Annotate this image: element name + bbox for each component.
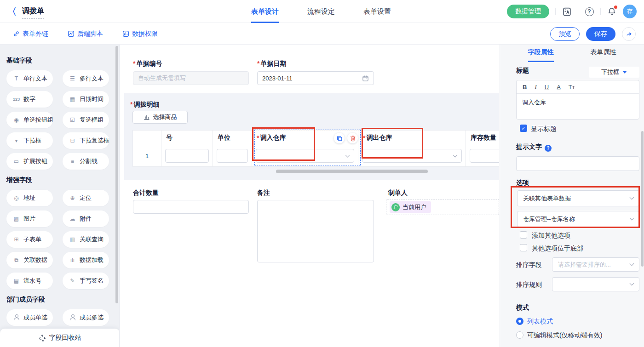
tab-flow-setting[interactable]: 流程设定 (307, 0, 335, 23)
font-color-button[interactable]: A (557, 84, 561, 91)
select-product-button[interactable]: 选择商品 (132, 111, 188, 124)
form-toolbar: 表单外链 后端脚本 数据权限 预览 保存 (0, 23, 644, 45)
sidebar-item-extend-button[interactable]: ▭扩展按钮 (6, 153, 53, 170)
section-basic-fields: 基础字段 (6, 57, 119, 65)
sidebar-item-datetime[interactable]: ▦日期时间 (63, 91, 109, 108)
tab-field-properties[interactable]: 字段属性 (528, 48, 554, 62)
underline-button[interactable]: U (545, 84, 549, 91)
doc-no-input[interactable]: 自动生成无需填写 (133, 71, 249, 85)
creator-field[interactable]: 户 当前用户 (386, 199, 499, 215)
editable-mode-label: 可编辑模式(仅移动端有效) (527, 331, 602, 340)
field-library-sidebar: 基础字段 T单行文本 ☰多行文本 123数字 ▦日期时间 ◉单选按钮组 ☑复选框… (0, 45, 120, 347)
sidebar-item-subform[interactable]: ⊞子表单 (6, 231, 53, 248)
data-manage-button[interactable]: 数据管理 (507, 5, 549, 18)
sidebar-item-divider[interactable]: ≡分割线 (63, 153, 109, 170)
sidebar-item-location[interactable]: ⊕定位 (63, 190, 109, 206)
sidebar-item-address[interactable]: ◎地址 (6, 190, 53, 206)
field-type-select[interactable]: 下拉框 (589, 67, 639, 78)
sort-field-label: 排序字段 (516, 261, 542, 269)
help-circle-icon[interactable]: ? (545, 145, 552, 152)
number-icon: 123 (12, 97, 20, 102)
total-qty-input[interactable] (133, 200, 249, 214)
save-button[interactable]: 保存 (586, 27, 615, 41)
col-header-unit[interactable]: 单位 (213, 131, 252, 145)
delete-field-button[interactable] (347, 133, 358, 143)
sort-rule-select[interactable] (552, 277, 639, 291)
form-canvas: *单据编号 自动生成无需填写 *单据日期 2023-01-11 *调拨明细 选择… (120, 45, 499, 347)
sidebar-item-image[interactable]: ▨图片 (6, 210, 53, 227)
sidebar-item-serial-number[interactable]: ▤流水号 (6, 273, 53, 289)
image-icon: ▨ (12, 216, 20, 222)
sidebar-item-checkbox-group[interactable]: ☑复选框组 (63, 112, 109, 128)
form-title[interactable]: 调拨单 (22, 6, 44, 19)
cell-select-out-warehouse[interactable] (362, 149, 462, 163)
hint-text-input[interactable] (516, 156, 639, 171)
show-title-label: 显示标题 (531, 125, 557, 133)
tab-form-setting[interactable]: 表单设置 (363, 0, 391, 23)
notification-bell-icon[interactable] (607, 6, 617, 17)
cell-input-unit[interactable] (217, 149, 248, 163)
permission-icon (122, 30, 129, 37)
backend-script-link[interactable]: 后端脚本 (68, 30, 103, 38)
preview-button[interactable]: 预览 (550, 27, 580, 41)
tab-form-properties[interactable]: 表单属性 (591, 48, 616, 62)
add-other-option-checkbox[interactable] (520, 231, 527, 239)
sidebar-item-multi-line-text[interactable]: ☰多行文本 (63, 70, 109, 87)
back-icon[interactable]: 〈 (7, 7, 17, 16)
sidebar-item-member-single[interactable]: 成员单选 (6, 309, 53, 326)
col-header-no[interactable]: 号 (161, 131, 213, 145)
editable-mode-radio[interactable] (516, 331, 523, 339)
form-external-link[interactable]: 表单外链 (13, 30, 48, 38)
italic-button[interactable]: I (535, 83, 536, 91)
sidebar-item-linked-query[interactable]: ▥关联查询 (63, 231, 109, 248)
mode-label: 模式 (516, 304, 529, 312)
copy-icon (336, 135, 343, 142)
calendar-icon (362, 75, 369, 82)
sidebar-item-number[interactable]: 123数字 (6, 91, 53, 108)
remark-textarea[interactable] (257, 200, 374, 262)
option-source-select[interactable]: 关联其他表单数据 (517, 190, 639, 206)
pin-icon: ◎ (12, 195, 20, 201)
doc-date-input[interactable]: 2023-01-11 (257, 71, 374, 85)
sidebar-item-linked-data[interactable]: ⧉关联数据 (6, 252, 53, 268)
panel-scrollbar[interactable] (641, 131, 644, 267)
cell-input-no[interactable] (165, 149, 209, 163)
option-form-select[interactable]: 仓库管理--仓库名称 (517, 211, 639, 227)
show-title-checkbox[interactable]: ✓ (520, 125, 527, 132)
col-header-out-warehouse[interactable]: *调出仓库 (358, 131, 466, 145)
tab-form-design[interactable]: 表单设计 (251, 0, 279, 23)
avatar[interactable]: 存 (623, 5, 637, 18)
sort-field-select[interactable]: 请选择需要排序的... (552, 257, 639, 272)
table-horizontal-scrollbar[interactable] (276, 170, 428, 173)
share-button[interactable] (622, 27, 636, 41)
sidebar-item-signature[interactable]: ✎手写签名 (63, 273, 109, 289)
pen-icon: ✎ (69, 278, 76, 284)
title-label: 标题 (516, 67, 529, 75)
font-size-button[interactable]: Tт (569, 84, 575, 91)
sidebar-scrollbar[interactable] (115, 46, 118, 303)
help-icon[interactable]: ? (584, 6, 594, 17)
copy-field-button[interactable] (334, 133, 345, 143)
sidebar-item-radio-group[interactable]: ◉单选按钮组 (6, 112, 53, 128)
contacts-icon[interactable] (562, 6, 572, 17)
sidebar-item-attachment[interactable]: ☁附件 (63, 210, 109, 227)
other-option-bottom-checkbox[interactable] (520, 244, 527, 251)
data-permission-link[interactable]: 数据权限 (122, 30, 158, 38)
chevron-down-icon (630, 262, 634, 266)
bold-button[interactable]: B (523, 84, 527, 91)
divider (600, 8, 601, 15)
sidebar-item-data-load[interactable]: ılı数据加载 (63, 252, 109, 268)
sidebar-item-dropdown-multi[interactable]: ⊟下拉复选框 (63, 132, 109, 149)
serial-icon: ▤ (12, 278, 20, 284)
field-recycle-bin[interactable]: 字段回收站 (0, 329, 120, 347)
people-icon (69, 314, 76, 320)
subform-icon: ⊞ (12, 237, 20, 242)
list-mode-radio[interactable] (516, 318, 523, 325)
col-header-stock-qty[interactable]: 库存数量 (466, 131, 499, 145)
sidebar-item-single-line-text[interactable]: T单行文本 (6, 70, 53, 87)
link-data-icon: ⧉ (12, 257, 20, 263)
sidebar-item-member-multi[interactable]: 成员多选 (63, 309, 109, 326)
sidebar-item-dropdown[interactable]: ▾下拉框 (6, 132, 53, 149)
cell-input-stock-qty[interactable] (470, 149, 499, 163)
title-editor-content[interactable]: 调入仓库 (517, 94, 639, 111)
